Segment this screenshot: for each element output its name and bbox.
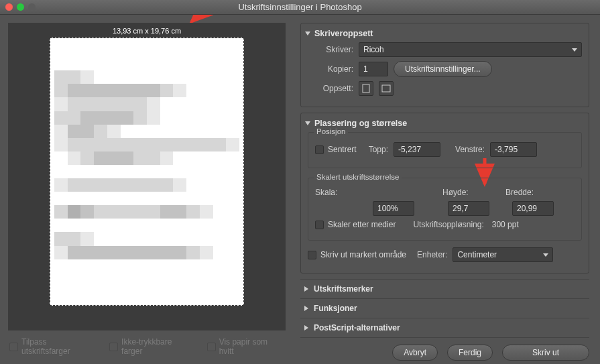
titlebar: Utskriftsinnstillinger i Photoshop bbox=[0, 0, 600, 15]
chevron-down-icon[interactable] bbox=[305, 121, 310, 125]
postscript-section[interactable]: PostScript-alternativer bbox=[300, 318, 589, 338]
scale-input[interactable] bbox=[373, 201, 414, 216]
checkbox-icon bbox=[308, 251, 316, 259]
print-preview: 13,93 cm x 19,76 cm Pond jest no 006109 bbox=[8, 23, 286, 330]
scale-label: Skala: bbox=[315, 188, 355, 197]
chevron-right-icon bbox=[304, 286, 308, 292]
print-button[interactable]: Skriv ut bbox=[502, 345, 589, 361]
units-label: Enheter: bbox=[417, 250, 447, 259]
placement-size-section: Plassering og størrelse Posisjon Sentrer… bbox=[300, 113, 589, 274]
width-input[interactable] bbox=[512, 201, 554, 216]
copies-input[interactable] bbox=[359, 62, 388, 76]
layout-label: Oppsett: bbox=[308, 84, 353, 93]
top-input[interactable] bbox=[394, 142, 440, 157]
left-input[interactable] bbox=[490, 142, 537, 157]
pixelated-document-icon bbox=[54, 44, 239, 300]
printer-label: Skriver: bbox=[308, 45, 353, 54]
chevron-down-icon bbox=[572, 48, 577, 52]
window-controls bbox=[5, 3, 36, 11]
window-title: Utskriftsinnstillinger i Photoshop bbox=[0, 2, 600, 12]
chevron-down-icon[interactable] bbox=[305, 32, 310, 36]
units-select-value: Centimeter bbox=[457, 250, 497, 259]
printer-setup-section: Skriveroppsett Skriver: Ricoh Kopier: Ut… bbox=[300, 23, 589, 107]
show-paper-white-checkbox: Vis papir som hvitt bbox=[207, 337, 284, 356]
height-input[interactable] bbox=[448, 201, 489, 216]
printer-setup-header: Skriveroppsett bbox=[314, 29, 373, 38]
preview-options: Tilpass utskriftsfarger Ikke-trykkbare f… bbox=[8, 330, 286, 356]
svg-rect-2 bbox=[363, 84, 369, 93]
chevron-right-icon bbox=[304, 325, 308, 330]
print-settings-button[interactable]: Utskriftsinnstillinger... bbox=[394, 61, 492, 77]
functions-section[interactable]: Funksjoner bbox=[300, 298, 589, 318]
landscape-orientation-button[interactable] bbox=[379, 81, 394, 96]
checkbox-icon bbox=[315, 145, 324, 154]
fit-print-colors-checkbox: Tilpass utskriftsfarger bbox=[9, 337, 97, 356]
resolution-label: Utskriftsoppløsning: bbox=[413, 220, 483, 229]
centered-checkbox[interactable]: Sentrert bbox=[315, 145, 357, 154]
preview-pane: 13,93 cm x 19,76 cm Pond jest no 006109 bbox=[0, 15, 294, 364]
dialog-footer: Avbryt Ferdig Skriv ut bbox=[300, 338, 589, 361]
position-legend: Posisjon bbox=[314, 127, 348, 135]
chevron-right-icon bbox=[304, 306, 308, 311]
preview-size-label: 13,93 cm x 19,76 cm bbox=[113, 27, 181, 35]
scale-to-media-checkbox[interactable]: Skaler etter medier bbox=[315, 220, 396, 229]
copies-label: Kopier: bbox=[308, 64, 353, 74]
units-select[interactable]: Centimeter bbox=[453, 247, 553, 262]
width-label: Bredde: bbox=[505, 188, 546, 197]
non-printable-colors-checkbox: Ikke-trykkbare farger bbox=[109, 337, 195, 356]
printer-select[interactable]: Ricoh bbox=[359, 42, 582, 57]
left-label: Venstre: bbox=[455, 145, 485, 154]
minimize-icon[interactable] bbox=[17, 3, 24, 11]
cancel-button[interactable]: Avbryt bbox=[392, 345, 438, 361]
settings-pane: Skriveroppsett Skriver: Ricoh Kopier: Ut… bbox=[294, 15, 600, 364]
print-marks-section[interactable]: Utskriftsmerker bbox=[300, 279, 589, 298]
height-label: Høyde: bbox=[442, 188, 479, 197]
print-selection-checkbox[interactable]: Skriv ut markert område bbox=[308, 250, 406, 259]
printer-select-value: Ricoh bbox=[363, 45, 384, 54]
resolution-value: 300 ppt bbox=[492, 220, 519, 229]
checkbox-icon bbox=[207, 343, 216, 351]
position-group: Posisjon Sentrert Topp: Venstre: bbox=[308, 132, 582, 168]
checkbox-icon bbox=[109, 343, 118, 351]
close-icon[interactable] bbox=[5, 3, 13, 11]
placement-header: Plassering og størrelse bbox=[314, 119, 407, 128]
checkbox-icon bbox=[315, 221, 324, 229]
paper-preview: Pond jest no 006109 bbox=[50, 38, 244, 306]
zoom-icon[interactable] bbox=[28, 3, 36, 11]
checkbox-icon bbox=[9, 343, 18, 351]
chevron-down-icon bbox=[543, 253, 548, 257]
scaled-size-group: Skalert utskriftsstørrelse Skala: Høyde:… bbox=[308, 178, 582, 241]
top-label: Topp: bbox=[369, 145, 388, 154]
scaled-size-legend: Skalert utskriftsstørrelse bbox=[314, 173, 402, 181]
portrait-orientation-button[interactable] bbox=[359, 81, 373, 96]
done-button[interactable]: Ferdig bbox=[447, 345, 493, 361]
svg-rect-3 bbox=[382, 85, 390, 92]
